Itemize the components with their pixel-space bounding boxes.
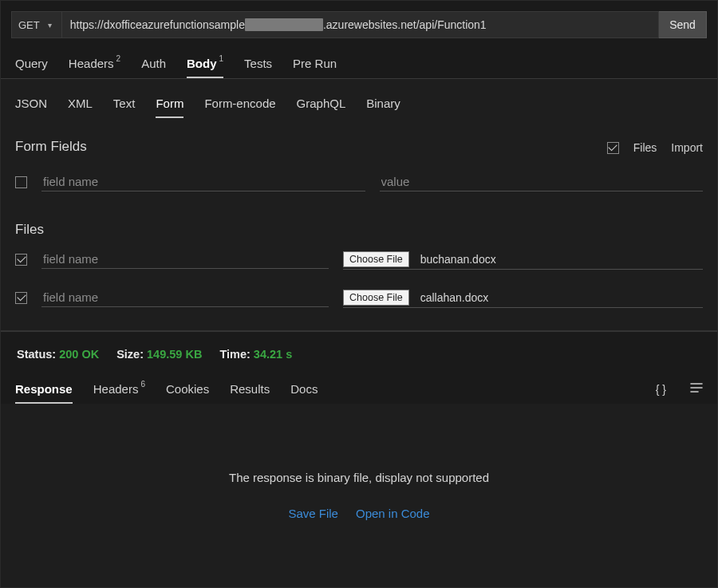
body-sub-tab-binary[interactable]: Binary [366, 93, 400, 118]
url-redacted-segment [245, 18, 323, 31]
wrap-lines-icon[interactable] [688, 377, 704, 404]
response-tab-docs[interactable]: Docs [290, 376, 318, 404]
url-text-post: .azurewebsites.net/api/Function1 [323, 18, 487, 31]
body-sub-tab-form-encode[interactable]: Form-encode [204, 93, 275, 118]
save-file-link[interactable]: Save File [288, 507, 338, 520]
chosen-filename: buchanan.docx [420, 253, 496, 266]
files-toggle-label: Files [633, 141, 657, 154]
tab-badge: 2 [116, 54, 121, 63]
response-message: The response is binary file, display not… [229, 471, 489, 484]
file-field-name-input[interactable] [41, 288, 329, 307]
form-field-row [15, 172, 703, 191]
open-in-code-link[interactable]: Open in Code [356, 507, 430, 520]
size-value: 149.59 KB [147, 348, 202, 361]
body-sub-tab-json[interactable]: JSON [15, 93, 47, 118]
form-fields-header-right: Files Import [607, 141, 703, 154]
main-tab-pre-run[interactable]: Pre Run [293, 50, 337, 78]
main-tabs: QueryHeaders2AuthBody1TestsPre Run [1, 43, 717, 78]
choose-file-button[interactable]: Choose File [343, 251, 409, 267]
import-button[interactable]: Import [671, 141, 703, 154]
form-field-value-input[interactable] [380, 172, 704, 191]
body-sub-tab-text[interactable]: Text [113, 93, 136, 118]
main-tab-body[interactable]: Body1 [187, 49, 223, 78]
body-sub-tabs: JSONXMLTextFormForm-encodeGraphQLBinary [1, 79, 717, 118]
main-tab-auth[interactable]: Auth [141, 50, 166, 78]
http-method-select[interactable]: GET ▾ [11, 11, 61, 38]
body-sub-tab-graphql[interactable]: GraphQL [297, 93, 346, 118]
send-button[interactable]: Send [659, 11, 707, 38]
status-value: 200 OK [59, 348, 99, 361]
choose-file-button[interactable]: Choose File [343, 290, 409, 306]
app-root: GET ▾ https://dxofficeazurefunctionsampl… [0, 0, 718, 588]
status-bar: Status: 200 OK Size: 149.59 KB Time: 34.… [1, 330, 717, 373]
status-block: Status: 200 OK [17, 348, 99, 361]
time-block: Time: 34.21 s [219, 348, 292, 361]
url-input[interactable]: https://dxofficeazurefunctionsample .azu… [61, 11, 659, 38]
tab-badge: 6 [140, 380, 145, 389]
main-tab-tests[interactable]: Tests [244, 50, 272, 78]
size-block: Size: 149.59 KB [116, 348, 202, 361]
url-text-pre: https://dxofficeazurefunctionsample [70, 18, 245, 31]
time-label: Time: [219, 348, 250, 361]
file-field-name-input[interactable] [41, 250, 329, 269]
form-field-name-input[interactable] [41, 172, 365, 191]
form-fields-title: Form Fields [15, 139, 87, 155]
response-tab-cookies[interactable]: Cookies [166, 376, 209, 404]
http-method-label: GET [18, 19, 40, 31]
form-fields-section: Form Fields Files Import [1, 118, 717, 212]
response-body: The response is binary file, display not… [1, 404, 717, 587]
chosen-filename: callahan.docx [420, 291, 489, 304]
file-value-cell: Choose Filebuchanan.docx [343, 249, 703, 270]
response-tab-results[interactable]: Results [230, 376, 270, 404]
request-bar: GET ▾ https://dxofficeazurefunctionsampl… [1, 1, 717, 43]
file-value-cell: Choose Filecallahan.docx [343, 287, 703, 308]
files-section: Files Choose Filebuchanan.docxChoose Fil… [1, 212, 717, 330]
body-sub-tab-form[interactable]: Form [156, 93, 183, 118]
files-title: Files [15, 222, 703, 238]
time-value: 34.21 s [254, 348, 292, 361]
main-tab-query[interactable]: Query [15, 50, 48, 78]
response-tabs: ResponseHeaders6CookiesResultsDocs{ } [1, 373, 717, 404]
file-row-checkbox[interactable] [15, 254, 27, 266]
main-tab-headers[interactable]: Headers2 [69, 49, 120, 78]
file-row-checkbox[interactable] [15, 292, 27, 304]
file-row: Choose Filebuchanan.docx [15, 249, 703, 270]
chevron-down-icon: ▾ [48, 21, 52, 30]
response-tab-headers[interactable]: Headers6 [93, 375, 145, 404]
files-toggle-checkbox[interactable] [607, 142, 619, 154]
status-label: Status: [17, 348, 56, 361]
form-field-row-checkbox[interactable] [15, 176, 27, 188]
response-tab-response[interactable]: Response [15, 376, 73, 404]
size-label: Size: [116, 348, 144, 361]
tab-badge: 1 [219, 54, 223, 63]
format-json-icon[interactable]: { } [654, 378, 668, 404]
form-fields-header: Form Fields Files Import [15, 132, 703, 163]
body-sub-tab-xml[interactable]: XML [68, 93, 93, 118]
file-row: Choose Filecallahan.docx [15, 287, 703, 308]
response-links: Save File Open in Code [288, 507, 429, 520]
